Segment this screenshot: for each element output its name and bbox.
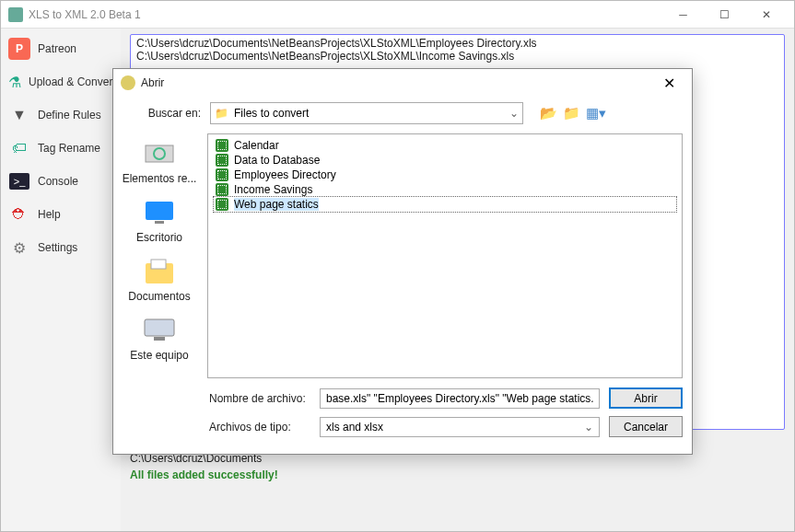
gear-icon: ⚙ <box>8 237 30 259</box>
filename-label: Nombre de archivo: <box>209 392 310 405</box>
filetype-label: Archivos de tipo: <box>209 421 310 434</box>
patreon-icon: P <box>8 38 30 60</box>
console-icon: >_ <box>8 170 30 192</box>
file-item[interactable]: Calendar <box>214 138 676 153</box>
view-menu-icon[interactable]: ▦▾ <box>586 105 606 121</box>
dialog-close-button[interactable]: ✕ <box>653 70 684 96</box>
sidebar-item-label: Upload & Convert <box>29 75 116 88</box>
file-item[interactable]: Employees Directory <box>214 168 676 182</box>
place-this-pc[interactable]: Este equipo <box>130 316 188 362</box>
sidebar-item-tag-rename[interactable]: 🏷 Tag Rename <box>3 132 119 165</box>
network-icon <box>141 375 178 378</box>
dialog-toolbar: Buscar en: 📁 Files to convert ⌄ 📂 📁 ▦▾ <box>113 97 692 133</box>
sidebar: P Patreon ⚗ Upload & Convert ▼ Define Ru… <box>1 29 121 531</box>
funnel-icon: ▼ <box>8 104 30 126</box>
chevron-down-icon: ⌄ <box>509 107 519 120</box>
file-item[interactable]: Income Savings <box>214 182 676 197</box>
svg-rect-2 <box>146 202 173 220</box>
file-pane[interactable]: Calendar Data to Database Employees Dire… <box>207 133 683 378</box>
file-name: Web page statics <box>234 198 319 211</box>
place-network[interactable]: Red <box>141 375 178 378</box>
sidebar-item-help[interactable]: ⛑ Help <box>3 198 119 231</box>
status-message: All files added successfully! <box>130 468 785 481</box>
sidebar-item-label: Define Rules <box>38 109 101 121</box>
computer-icon <box>141 316 178 345</box>
titlebar: XLS to XML 2.0 Beta 1 ─ ☐ ✕ <box>1 1 794 29</box>
close-button[interactable]: ✕ <box>745 1 787 28</box>
sidebar-item-label: Help <box>38 208 61 221</box>
new-folder-icon[interactable]: 📁 <box>563 105 580 121</box>
places-bar: Elementos re... Escritorio Documentos Es… <box>119 133 200 378</box>
maximize-button[interactable]: ☐ <box>704 1 745 28</box>
help-icon: ⛑ <box>8 203 30 226</box>
listed-file: C:\Users\dcruz\Documents\NetBeansProject… <box>136 37 778 50</box>
window-title: XLS to XML 2.0 Beta 1 <box>29 8 662 21</box>
file-name: Employees Directory <box>234 168 336 181</box>
place-label: Escritorio <box>136 231 182 244</box>
place-desktop[interactable]: Escritorio <box>136 198 182 244</box>
place-recent[interactable]: Elementos re... <box>123 139 197 185</box>
dialog-bottom: Nombre de archivo: Abrir Archivos de tip… <box>113 384 692 454</box>
folder-icon: 📁 <box>215 107 228 120</box>
file-item[interactable]: Data to Database <box>214 153 676 168</box>
place-label: Este equipo <box>130 349 188 362</box>
dialog-title: Abrir <box>141 76 653 89</box>
file-name: Calendar <box>234 139 279 152</box>
tag-icon: 🏷 <box>8 137 30 159</box>
sidebar-item-settings[interactable]: ⚙ Settings <box>3 231 119 264</box>
place-label: Elementos re... <box>123 172 197 185</box>
open-dialog: Abrir ✕ Buscar en: 📁 Files to convert ⌄ … <box>112 68 693 455</box>
listed-file: C:\Users\dcruz\Documents\NetBeansProject… <box>136 50 778 63</box>
svg-rect-7 <box>154 337 165 341</box>
dialog-titlebar: Abrir ✕ <box>113 69 692 97</box>
sidebar-item-upload-convert[interactable]: ⚗ Upload & Convert <box>3 65 119 98</box>
filetype-combo[interactable]: xls and xlsx ⌄ <box>320 417 600 437</box>
chevron-down-icon: ⌄ <box>584 421 593 434</box>
sidebar-item-label: Console <box>38 175 78 188</box>
documents-icon <box>141 257 178 286</box>
xls-icon <box>216 198 228 211</box>
xls-icon <box>216 183 228 196</box>
svg-rect-6 <box>145 319 174 336</box>
search-in-combo[interactable]: 📁 Files to convert ⌄ <box>210 102 523 124</box>
xls-icon <box>216 154 228 167</box>
flask-icon: ⚗ <box>8 71 21 93</box>
xls-icon <box>216 139 228 152</box>
cancel-button[interactable]: Cancelar <box>609 416 683 437</box>
desktop-icon <box>141 198 178 227</box>
file-name: Data to Database <box>234 154 320 167</box>
open-button[interactable]: Abrir <box>609 387 683 409</box>
file-item[interactable]: Web page statics <box>214 197 676 212</box>
sidebar-item-patreon[interactable]: P Patreon <box>3 32 119 65</box>
place-label: Documentos <box>128 290 190 303</box>
app-icon <box>8 7 23 22</box>
minimize-button[interactable]: ─ <box>662 1 704 28</box>
search-in-value: Files to convert <box>234 107 309 120</box>
sidebar-item-label: Patreon <box>38 42 76 55</box>
file-name: Income Savings <box>234 183 312 196</box>
place-documents[interactable]: Documentos <box>128 257 190 303</box>
sidebar-item-label: Settings <box>38 241 77 254</box>
svg-rect-3 <box>155 221 164 224</box>
filetype-value: xls and xlsx <box>326 421 383 434</box>
recent-icon <box>141 139 178 168</box>
up-folder-icon[interactable]: 📂 <box>540 105 557 121</box>
dialog-icon <box>121 75 135 90</box>
filename-input[interactable] <box>320 388 600 409</box>
sidebar-item-define-rules[interactable]: ▼ Define Rules <box>3 98 119 132</box>
search-in-label: Buscar en: <box>141 107 201 120</box>
sidebar-item-console[interactable]: >_ Console <box>3 165 119 198</box>
svg-rect-5 <box>151 260 166 269</box>
sidebar-item-label: Tag Rename <box>38 142 100 155</box>
xls-icon <box>216 168 228 181</box>
